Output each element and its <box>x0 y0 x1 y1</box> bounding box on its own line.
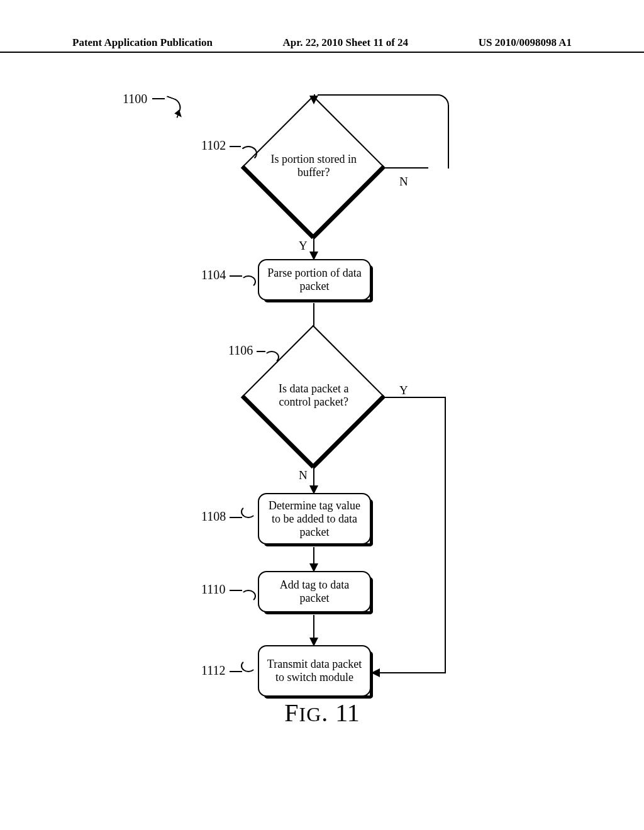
process-1110: Add tag to data packet <box>258 571 371 612</box>
bypass-v <box>445 397 446 673</box>
leader-1102-h <box>230 146 241 147</box>
leader-1110-curve <box>241 590 256 602</box>
loop-arrowhead <box>309 96 318 104</box>
process-1104-text: Parse portion of data packet <box>264 267 365 293</box>
ref-1106: 1106 <box>228 343 253 358</box>
page-header: Patent Application Publication Apr. 22, … <box>0 36 644 53</box>
process-1110-text: Add tag to data packet <box>264 578 365 605</box>
leader-1104-h <box>230 275 242 277</box>
leader-1102-curve <box>240 146 257 161</box>
loop-h2 <box>318 94 428 96</box>
process-1108-text: Determine tag value to be added to data … <box>264 499 365 539</box>
process-1104: Parse portion of data packet <box>258 259 371 301</box>
leader-1112-curve <box>241 660 256 672</box>
ref-1108: 1108 <box>201 509 226 524</box>
figure-caption: FIG. FIG. 1111 <box>0 698 644 728</box>
bypass-h2 <box>379 672 446 673</box>
ref-1112: 1112 <box>201 663 226 678</box>
leader-1110-h <box>230 590 242 591</box>
leader-1106-h <box>257 351 265 352</box>
ref-1104: 1104 <box>201 268 226 282</box>
edge-1106-n: N <box>299 468 308 482</box>
bypass-h1 <box>384 397 446 398</box>
decision-1102-text: Is portion stored in buffer? <box>264 153 364 179</box>
leader-1104-curve <box>241 275 256 288</box>
loop-top-curve <box>426 94 449 169</box>
decision-1102: Is portion stored in buffer? <box>242 96 384 238</box>
ref-1110: 1110 <box>201 582 226 597</box>
header-left: Patent Application Publication <box>72 36 213 49</box>
header-center: Apr. 22, 2010 Sheet 11 of 24 <box>283 36 409 49</box>
leader-1112-h <box>230 671 242 672</box>
edge-1102-n: N <box>399 175 408 189</box>
leader-1108-curve <box>241 506 256 518</box>
process-1112-text: Transmit data packet to switch module <box>264 658 365 684</box>
edge-1102-y: Y <box>299 239 308 253</box>
leader-1108-h <box>230 517 242 518</box>
header-right: US 2010/0098098 A1 <box>479 36 572 49</box>
decision-1106: Is data packet a control packet? <box>242 325 384 467</box>
leader-1106-curve <box>264 351 279 363</box>
flowchart-canvas: 1100 Is portion stored in buffer? 1102 N… <box>0 57 644 717</box>
leader-1100-h <box>152 98 165 99</box>
process-1112: Transmit data packet to switch module <box>258 645 371 697</box>
process-1108: Determine tag value to be added to data … <box>258 493 371 545</box>
ref-1100: 1100 <box>123 92 147 106</box>
decision-1106-text: Is data packet a control packet? <box>264 382 364 409</box>
loop-h1 <box>384 167 428 169</box>
edge-1106-y: Y <box>399 384 408 397</box>
ref-1102: 1102 <box>201 138 226 153</box>
